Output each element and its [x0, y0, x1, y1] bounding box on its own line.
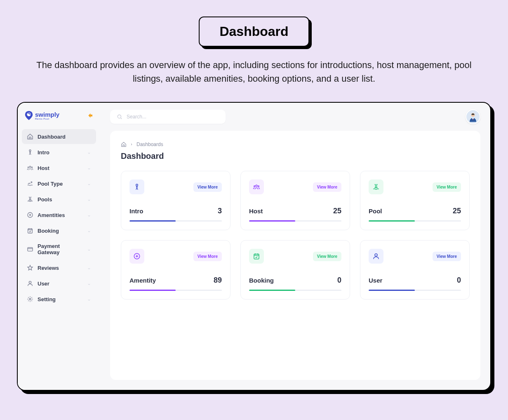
chevron-down-icon	[87, 197, 91, 201]
chevron-down-icon	[87, 247, 91, 251]
sidebar-item-reviews[interactable]: Reviews	[22, 260, 96, 275]
svg-point-16	[256, 185, 257, 186]
sidebar-item-label: Dashboard	[38, 134, 66, 140]
view-more-button[interactable]: View More	[433, 182, 461, 192]
sidebar: swimply Rents Pool DashboardIntroHostPoo…	[18, 103, 100, 390]
sidebar-item-setting[interactable]: Setting	[22, 292, 96, 307]
svg-point-9	[29, 281, 31, 283]
logo-name: swimply	[35, 111, 59, 118]
breadcrumb-current[interactable]: Dashboards	[136, 142, 163, 147]
group-icon	[249, 179, 264, 194]
page-title: Dashboard	[121, 151, 470, 161]
star-icon	[27, 264, 33, 271]
svg-rect-8	[28, 248, 33, 251]
sidebar-collapse-button[interactable]	[86, 112, 94, 119]
nav-list: DashboardIntroHostPool TypePoolsAmentiti…	[22, 129, 96, 307]
view-more-button[interactable]: View More	[433, 252, 461, 261]
sidebar-item-label: Booking	[38, 228, 59, 234]
view-more-button[interactable]: View More	[193, 182, 222, 192]
svg-point-21	[375, 254, 377, 256]
arrow-left-icon	[86, 112, 94, 119]
chevron-down-icon	[87, 297, 91, 301]
stat-card-host: View MoreHost25	[240, 171, 350, 230]
plus-circle-icon	[27, 212, 33, 218]
progress-bar	[249, 290, 341, 291]
card-value: 0	[337, 276, 341, 285]
stat-card-user: View MoreUser0	[360, 240, 470, 300]
progress-bar	[129, 220, 222, 222]
sidebar-item-payment-gateway[interactable]: Payment Gateway	[22, 239, 96, 260]
person-icon	[129, 179, 144, 194]
sidebar-item-label: Intro	[38, 149, 49, 156]
ladder-icon	[369, 179, 383, 194]
logo[interactable]: swimply Rents Pool	[24, 110, 59, 121]
chevron-down-icon	[87, 266, 91, 270]
home-icon[interactable]	[121, 142, 127, 147]
sidebar-item-user[interactable]: User	[22, 276, 96, 291]
card-value: 3	[218, 207, 222, 215]
svg-point-17	[254, 186, 255, 187]
sidebar-item-amentities[interactable]: Amentities	[22, 208, 96, 222]
page-header-description: The dashboard provides an overview of th…	[17, 58, 491, 85]
plus-circle-icon	[129, 249, 144, 264]
chevron-down-icon	[87, 166, 91, 170]
sidebar-item-booking[interactable]: Booking	[22, 223, 96, 238]
user-icon	[27, 280, 33, 287]
sidebar-item-label: Reviews	[38, 265, 59, 271]
progress-bar	[369, 290, 461, 291]
sidebar-item-label: Setting	[38, 296, 56, 302]
card-label: Booking	[249, 277, 274, 284]
gear-icon	[27, 296, 33, 302]
calendar-check-icon	[249, 249, 264, 264]
card-value: 0	[457, 276, 461, 285]
svg-point-1	[29, 150, 31, 151]
sidebar-item-intro[interactable]: Intro	[22, 145, 96, 160]
svg-point-11	[118, 115, 121, 118]
user-icon	[369, 249, 383, 264]
logo-mark-icon	[24, 110, 33, 121]
search-box[interactable]	[110, 110, 226, 124]
home-icon	[27, 133, 33, 140]
sidebar-item-label: Pool Type	[38, 181, 63, 187]
logo-tagline: Rents Pool	[35, 118, 59, 120]
avatar-icon	[466, 109, 480, 124]
card-label: Pool	[369, 208, 382, 215]
svg-point-5	[31, 182, 32, 183]
sidebar-item-label: User	[38, 281, 49, 287]
card-value: 25	[453, 207, 461, 215]
svg-point-2	[29, 166, 31, 168]
chevron-down-icon	[87, 150, 91, 154]
topbar	[100, 103, 490, 131]
sidebar-item-pools[interactable]: Pools	[22, 192, 96, 207]
breadcrumb: Dashboards	[121, 142, 470, 147]
content: Dashboards Dashboard View MoreIntro3View…	[110, 131, 480, 380]
svg-rect-20	[254, 254, 259, 259]
card-label: Amentity	[129, 277, 156, 284]
sidebar-item-dashboard[interactable]: Dashboard	[22, 129, 96, 144]
view-more-button[interactable]: View More	[313, 182, 341, 192]
avatar[interactable]	[466, 109, 480, 124]
credit-card-icon	[27, 246, 33, 252]
sidebar-item-label: Pools	[38, 196, 52, 203]
svg-rect-7	[28, 229, 33, 233]
card-value: 25	[333, 207, 341, 215]
view-more-button[interactable]: View More	[193, 252, 222, 261]
stat-card-booking: View MoreBooking0	[240, 240, 350, 300]
page-header-title: Dashboard	[199, 17, 309, 47]
search-input[interactable]	[127, 114, 219, 120]
chevron-down-icon	[87, 281, 91, 286]
chevron-down-icon	[87, 182, 91, 186]
app-window: swimply Rents Pool DashboardIntroHostPoo…	[17, 102, 491, 391]
sidebar-item-label: Host	[38, 165, 49, 171]
svg-line-12	[121, 118, 122, 119]
ladder-icon	[27, 196, 33, 203]
sidebar-item-label: Payment Gateway	[38, 243, 83, 255]
svg-point-15	[136, 184, 138, 186]
stat-card-amentity: View MoreAmentity89	[121, 240, 230, 300]
view-more-button[interactable]: View More	[313, 252, 341, 261]
chevron-down-icon	[87, 229, 91, 233]
progress-bar	[369, 220, 461, 222]
chevron-down-icon	[87, 213, 91, 217]
sidebar-item-host[interactable]: Host	[22, 160, 96, 175]
sidebar-item-pool-type[interactable]: Pool Type	[22, 176, 96, 191]
